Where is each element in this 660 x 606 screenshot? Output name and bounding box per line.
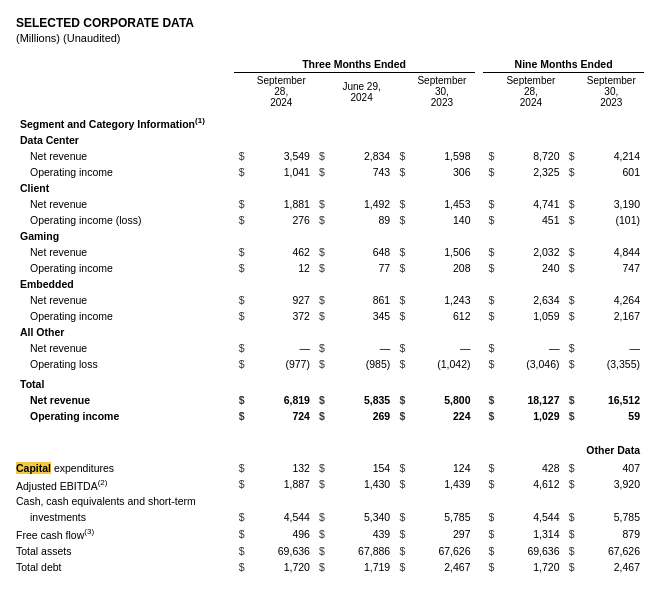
three-months-header: Three Months Ended (234, 56, 475, 73)
cash-label-row: Cash, cash equivalents and short-term (16, 493, 644, 509)
page-subtitle: (Millions) (Unaudited) (16, 32, 644, 44)
other-data-header-row: Other Data (16, 434, 644, 460)
category-datacenter: Data Center (16, 132, 644, 148)
total-header-row: Total (16, 372, 644, 392)
label: Operating income (16, 164, 234, 180)
embedded-opinc: Operating income $ 372 $ 345 $ 612 $ 1,0… (16, 308, 644, 324)
category-label-embedded: Embedded (16, 276, 644, 292)
allother-oploss: Operating loss $ (977) $ (985) $ (1,042)… (16, 356, 644, 372)
embedded-netrev: Net revenue $ 927 $ 861 $ 1,243 $ 2,634 … (16, 292, 644, 308)
label: Operating income (16, 260, 234, 276)
category-allother: All Other (16, 324, 644, 340)
client-netrev: Net revenue $ 1,881 $ 1,492 $ 1,453 $ 4,… (16, 196, 644, 212)
free-cash-flow: Free cash flow(3) $ 496 $ 439 $ 297 $ 1,… (16, 525, 644, 543)
capital-highlight: Capital (16, 462, 51, 474)
category-label-datacenter: Data Center (16, 132, 644, 148)
label: Net revenue (16, 196, 234, 212)
gaming-opinc: Operating income $ 12 $ 77 $ 208 $ 240 $… (16, 260, 644, 276)
cash-investments: investments $ 4,544 $ 5,340 $ 5,785 $ 4,… (16, 509, 644, 525)
client-opincloss: Operating income (loss) $ 276 $ 89 $ 140… (16, 212, 644, 228)
cash-label: Cash, cash equivalents and short-term (16, 493, 644, 509)
total-netrev: Net revenue $ 6,819 $ 5,835 $ 5,800 $ 18… (16, 392, 644, 408)
col2-header: June 29,2024 (329, 73, 394, 111)
investments-label: investments (16, 509, 234, 525)
total-debt: Total debt $ 1,720 $ 1,719 $ 2,467 $ 1,7… (16, 559, 644, 575)
nine-months-header: Nine Months Ended (483, 56, 644, 73)
category-label-client: Client (16, 180, 644, 196)
col5-header: September30,2023 (579, 73, 644, 111)
page-title: SELECTED CORPORATE DATA (16, 16, 644, 30)
capital-expenditures: Capital expenditures $ 132 $ 154 $ 124 $… (16, 460, 644, 476)
section-header-row: Segment and Category Information(1) (16, 110, 644, 132)
label: Net revenue (16, 340, 234, 356)
category-label-allother: All Other (16, 324, 644, 340)
total-assets: Total assets $ 69,636 $ 67,886 $ 67,626 … (16, 543, 644, 559)
category-client: Client (16, 180, 644, 196)
datacenter-netrev: Net revenue $ 3,549 $ 2,834 $ 1,598 $ 8,… (16, 148, 644, 164)
category-gaming: Gaming (16, 228, 644, 244)
total-label: Total (16, 372, 644, 392)
total-opinc: Operating income $ 724 $ 269 $ 224 $ 1,0… (16, 408, 644, 424)
col3-header: September30,2023 (409, 73, 474, 111)
gaming-netrev: Net revenue $ 462 $ 648 $ 1,506 $ 2,032 … (16, 244, 644, 260)
col1-header: September28,2024 (249, 73, 314, 111)
col4-header: September28,2024 (498, 73, 563, 111)
fcf-label: Free cash flow(3) (16, 525, 234, 543)
capital-label: Capital expenditures (16, 460, 234, 476)
label: Net revenue (16, 392, 234, 408)
assets-label: Total assets (16, 543, 234, 559)
allother-netrev: Net revenue $ — $ — $ — $ — $ — (16, 340, 644, 356)
other-data-title: Other Data (16, 434, 644, 460)
main-table: Three Months Ended Nine Months Ended Sep… (16, 56, 644, 575)
label: Operating loss (16, 356, 234, 372)
label: Net revenue (16, 292, 234, 308)
ebitda-label: Adjusted EBITDA(2) (16, 476, 234, 494)
section-header: Segment and Category Information(1) (16, 110, 644, 132)
label: Net revenue (16, 148, 234, 164)
debt-label: Total debt (16, 559, 234, 575)
category-label-gaming: Gaming (16, 228, 644, 244)
datacenter-opinc: Operating income $ 1,041 $ 743 $ 306 $ 2… (16, 164, 644, 180)
label: Operating income (16, 408, 234, 424)
adjusted-ebitda: Adjusted EBITDA(2) $ 1,887 $ 1,430 $ 1,4… (16, 476, 644, 494)
category-embedded: Embedded (16, 276, 644, 292)
label: Operating income (loss) (16, 212, 234, 228)
label: Net revenue (16, 244, 234, 260)
label: Operating income (16, 308, 234, 324)
